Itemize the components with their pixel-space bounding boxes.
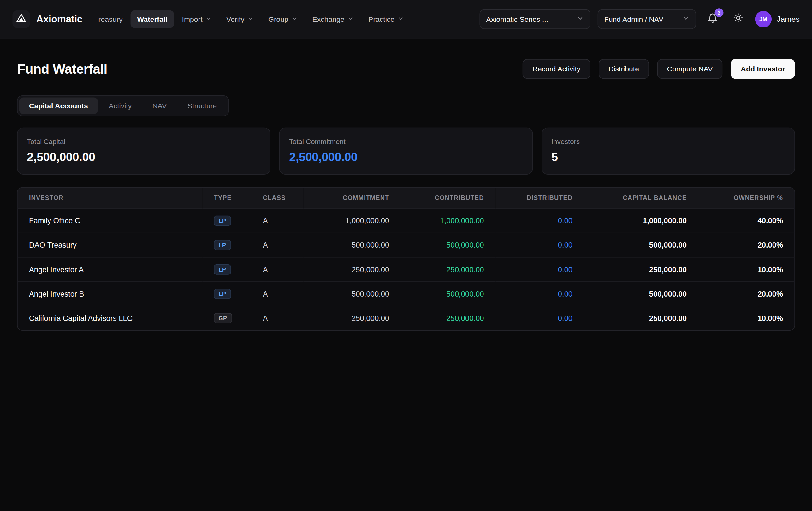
contributed-cell: 1,000,000.00 xyxy=(401,209,495,233)
series-select[interactable]: Axiomatic Series ... xyxy=(480,9,590,29)
investor-name: California Capital Advisors LLC xyxy=(18,306,203,330)
table-row[interactable]: DAO Treasury LP A 500,000.00 500,000.00 … xyxy=(18,233,795,258)
chevron-down-icon xyxy=(292,15,298,23)
page-content: Fund Waterfall Record Activity Distribut… xyxy=(0,59,812,331)
nav-item-label: Exchange xyxy=(312,15,344,23)
table-row[interactable]: Angel Investor B LP A 500,000.00 500,000… xyxy=(18,282,795,306)
class-cell: A xyxy=(252,282,303,306)
type-badge: LP xyxy=(214,240,231,250)
record-activity-button[interactable]: Record Activity xyxy=(523,59,590,79)
stat-card-total-capital: Total Capital 2,500,000.00 xyxy=(17,128,270,174)
type-badge: LP xyxy=(214,264,231,275)
class-cell: A xyxy=(252,258,303,282)
type-cell: GP xyxy=(203,306,252,330)
stat-label: Total Commitment xyxy=(289,138,523,146)
capital-accounts-table: INVESTOR TYPE CLASS COMMITMENT CONTRIBUT… xyxy=(17,187,795,331)
nav-item-waterfall[interactable]: Waterfall xyxy=(130,10,174,28)
table-row[interactable]: Angel Investor A LP A 250,000.00 250,000… xyxy=(18,258,795,282)
top-navbar: Axiomatic reasury Waterfall Import Verif… xyxy=(0,0,812,38)
investor-name: DAO Treasury xyxy=(18,233,203,258)
brand-name: Axiomatic xyxy=(36,13,82,25)
capital-balance-cell: 500,000.00 xyxy=(584,282,698,306)
add-investor-button[interactable]: Add Investor xyxy=(731,59,795,79)
nav-item-exchange[interactable]: Exchange xyxy=(306,10,360,28)
role-select-value: Fund Admin / NAV xyxy=(604,15,663,23)
stat-label: Investors xyxy=(551,138,785,146)
ownership-cell: 20.00% xyxy=(698,282,794,306)
table-row[interactable]: California Capital Advisors LLC GP A 250… xyxy=(18,306,795,330)
investor-name: Family Office C xyxy=(18,209,203,233)
theme-toggle-button[interactable] xyxy=(729,9,748,28)
commitment-cell: 250,000.00 xyxy=(303,258,401,282)
type-cell: LP xyxy=(203,233,252,258)
nav-item-label: reasury xyxy=(98,15,123,23)
type-badge: GP xyxy=(214,313,232,323)
ownership-cell: 10.00% xyxy=(698,258,794,282)
user-name: James xyxy=(777,15,800,23)
table-header-row: INVESTOR TYPE CLASS COMMITMENT CONTRIBUT… xyxy=(18,188,795,209)
investor-name: Angel Investor A xyxy=(18,258,203,282)
role-select[interactable]: Fund Admin / NAV xyxy=(598,9,696,29)
nav-item-group[interactable]: Group xyxy=(262,10,304,28)
class-cell: A xyxy=(252,209,303,233)
page-header: Fund Waterfall Record Activity Distribut… xyxy=(17,59,795,79)
table-row[interactable]: Family Office C LP A 1,000,000.00 1,000,… xyxy=(18,209,795,233)
distributed-cell: 0.00 xyxy=(495,282,584,306)
header-actions: Record Activity Distribute Compute NAV A… xyxy=(523,59,795,79)
column-header-capital-balance: CAPITAL BALANCE xyxy=(584,188,698,209)
nav-item-label: Practice xyxy=(368,15,395,23)
column-header-distributed: DISTRIBUTED xyxy=(495,188,584,209)
chevron-down-icon xyxy=(248,15,254,23)
brand-logo[interactable] xyxy=(12,10,30,28)
contributed-cell: 250,000.00 xyxy=(401,306,495,330)
primary-nav: reasury Waterfall Import Verify Group Ex… xyxy=(91,10,410,28)
contributed-cell: 500,000.00 xyxy=(401,282,495,306)
commitment-cell: 500,000.00 xyxy=(303,233,401,258)
chevron-down-icon xyxy=(205,15,212,23)
tab-activity[interactable]: Activity xyxy=(99,98,141,114)
type-cell: LP xyxy=(203,282,252,306)
stat-label: Total Capital xyxy=(27,138,261,146)
stat-card-investors: Investors 5 xyxy=(542,128,795,174)
nav-item-import[interactable]: Import xyxy=(175,10,219,28)
distributed-cell: 0.00 xyxy=(495,258,584,282)
contributed-cell: 250,000.00 xyxy=(401,258,495,282)
investor-name: Angel Investor B xyxy=(18,282,203,306)
type-cell: LP xyxy=(203,209,252,233)
column-header-commitment: COMMITMENT xyxy=(303,188,401,209)
nav-item-practice[interactable]: Practice xyxy=(362,10,411,28)
capital-balance-cell: 1,000,000.00 xyxy=(584,209,698,233)
nav-item-verify[interactable]: Verify xyxy=(220,10,261,28)
notifications-button[interactable]: 3 xyxy=(703,9,722,28)
column-header-type: TYPE xyxy=(203,188,252,209)
class-cell: A xyxy=(252,306,303,330)
chevron-down-icon xyxy=(577,15,583,23)
column-header-class: CLASS xyxy=(252,188,303,209)
commitment-cell: 1,000,000.00 xyxy=(303,209,401,233)
stat-value: 2,500,000.00 xyxy=(27,150,261,164)
nav-item-label: Waterfall xyxy=(137,15,167,23)
nav-item-label: Group xyxy=(268,15,288,23)
contributed-cell: 500,000.00 xyxy=(401,233,495,258)
distribute-button[interactable]: Distribute xyxy=(599,59,649,79)
series-select-value: Axiomatic Series ... xyxy=(486,15,549,23)
tab-nav[interactable]: NAV xyxy=(143,98,177,114)
column-header-investor: INVESTOR xyxy=(18,188,203,209)
notification-badge: 3 xyxy=(715,8,723,17)
class-cell: A xyxy=(252,233,303,258)
navbar-right-group: Axiomatic Series ... Fund Admin / NAV 3 xyxy=(480,9,800,29)
tab-structure[interactable]: Structure xyxy=(178,98,227,114)
user-menu[interactable]: JM James xyxy=(755,11,800,27)
capital-balance-cell: 250,000.00 xyxy=(584,258,698,282)
nav-item-treasury[interactable]: reasury xyxy=(91,10,129,28)
ownership-cell: 40.00% xyxy=(698,209,794,233)
type-cell: LP xyxy=(203,258,252,282)
compute-nav-button[interactable]: Compute NAV xyxy=(657,59,723,79)
stat-value: 2,500,000.00 xyxy=(289,150,523,164)
app-root: Axiomatic reasury Waterfall Import Verif… xyxy=(0,0,812,511)
distributed-cell: 0.00 xyxy=(495,306,584,330)
tab-capital-accounts[interactable]: Capital Accounts xyxy=(19,98,98,114)
sun-icon xyxy=(733,13,743,25)
capital-balance-cell: 250,000.00 xyxy=(584,306,698,330)
distributed-cell: 0.00 xyxy=(495,233,584,258)
